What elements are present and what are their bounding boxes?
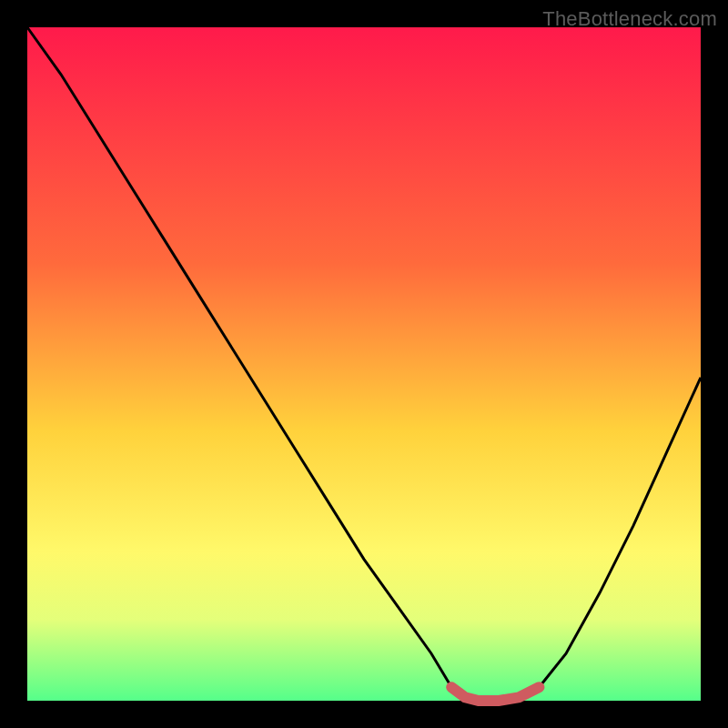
optimal-band [451, 687, 539, 701]
watermark-text: TheBottleneck.com [542, 7, 717, 31]
bottleneck-curve [27, 27, 701, 701]
chart-frame: TheBottleneck.com [0, 0, 728, 728]
plot-area [27, 27, 701, 701]
curve-layer [27, 27, 701, 701]
